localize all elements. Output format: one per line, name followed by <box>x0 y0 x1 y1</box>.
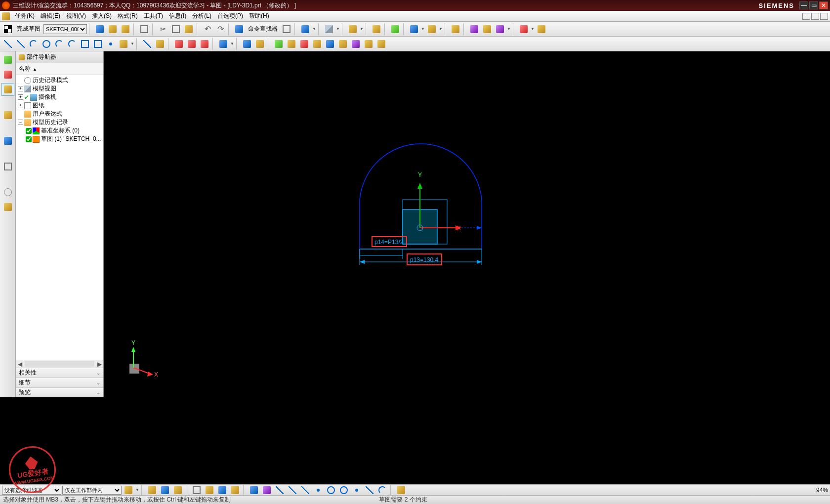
nav-column-header[interactable]: 名称 ▲ <box>16 63 103 75</box>
snap-exist[interactable] <box>351 484 363 496</box>
menu-edit[interactable]: 编辑(E) <box>38 11 63 21</box>
snap-more[interactable] <box>395 484 407 496</box>
zoom-badge[interactable]: 94% <box>816 487 828 494</box>
finish-sketch-button[interactable] <box>2 23 14 35</box>
menu-help[interactable]: 帮助(H) <box>246 11 272 21</box>
expand-icon[interactable]: + <box>18 103 23 108</box>
sketch-checkbox[interactable] <box>26 136 32 142</box>
tree-model-views[interactable]: +模型视图 <box>16 84 103 93</box>
reattach-button[interactable] <box>107 23 119 35</box>
move-button[interactable] <box>408 23 420 35</box>
constr-auto-button[interactable] <box>254 38 266 50</box>
sel-tool-2[interactable] <box>146 484 158 496</box>
browser-tab[interactable] <box>1 160 14 173</box>
move-dd[interactable]: ▼ <box>421 27 425 31</box>
hd3d-tab[interactable] <box>1 134 14 147</box>
tree-datum-csys[interactable]: 基准坐标系 (0) <box>16 126 103 135</box>
offset-button[interactable] <box>118 38 129 50</box>
constr-opts-button[interactable] <box>363 38 374 50</box>
menu-tools[interactable]: 工具(T) <box>141 11 166 21</box>
profile-button[interactable] <box>2 38 14 50</box>
line-button[interactable] <box>15 38 27 50</box>
constr-more-button[interactable] <box>375 38 387 50</box>
dim-rapid-button[interactable] <box>217 38 229 50</box>
snap-ctr[interactable] <box>325 484 337 496</box>
tree-cameras[interactable]: +✓摄像机 <box>16 93 103 101</box>
snap-ctrl[interactable] <box>299 484 311 496</box>
extend-button[interactable] <box>154 38 166 50</box>
snap-mid[interactable] <box>287 484 298 496</box>
tree-model-history[interactable]: −模型历史记录 <box>16 118 103 126</box>
trim-button[interactable] <box>141 38 153 50</box>
sketch-name-select[interactable]: SKETCH_000 <box>43 24 87 34</box>
mdi-minimize-button[interactable] <box>802 13 810 20</box>
fillet-button[interactable] <box>66 38 78 50</box>
constraint-nav-tab[interactable] <box>1 68 14 81</box>
tree-drawings[interactable]: +图纸 <box>16 101 103 110</box>
pin-icon[interactable] <box>19 54 25 60</box>
snap-int[interactable] <box>312 484 324 496</box>
offset-dd[interactable]: ▼ <box>130 42 134 46</box>
update-button[interactable] <box>120 23 131 35</box>
sel-tool-4[interactable] <box>172 484 184 496</box>
orient-sketch-button[interactable] <box>94 23 106 35</box>
constr-show-button[interactable] <box>273 38 285 50</box>
assembly-nav-tab[interactable] <box>1 53 14 66</box>
wcs-button[interactable] <box>389 23 401 35</box>
menu-format[interactable]: 格式(R) <box>115 11 141 21</box>
menu-insert[interactable]: 插入(S) <box>89 11 115 21</box>
snap-tool-2[interactable] <box>261 484 273 496</box>
tfm-dd[interactable]: ▼ <box>439 27 443 31</box>
section-preview[interactable]: 预览⌄ <box>16 387 103 397</box>
corner-button[interactable] <box>186 38 198 50</box>
history-tab[interactable] <box>1 186 14 199</box>
sel-tool-1[interactable] <box>123 484 134 496</box>
dim-p13-label[interactable]: p13=130.4 <box>410 256 438 263</box>
trim2-button[interactable] <box>173 38 185 50</box>
rectangle-button[interactable] <box>79 38 91 50</box>
minimize-button[interactable]: — <box>799 1 808 9</box>
cmd-finder-button[interactable] <box>233 23 245 35</box>
color-dd[interactable]: ▼ <box>531 27 535 31</box>
copy-button[interactable] <box>170 23 182 35</box>
hide-button[interactable] <box>481 23 493 35</box>
graphics-area[interactable]: X Y p14=P13/2 p13=130.4 X Y <box>104 51 830 486</box>
sel-tool-7[interactable] <box>216 484 228 496</box>
mdi-close-button[interactable] <box>820 13 828 20</box>
color-button[interactable] <box>518 23 530 35</box>
point-button[interactable] <box>105 38 117 50</box>
paste-button[interactable] <box>183 23 195 35</box>
redo-button[interactable]: ↷ <box>214 23 226 35</box>
dim-p14-label[interactable]: p14=P13/2 <box>374 239 404 246</box>
menu-info[interactable]: 信息(I) <box>166 11 189 21</box>
layer-button[interactable] <box>347 23 359 35</box>
datum-checkbox[interactable] <box>26 128 32 134</box>
arc-button[interactable] <box>28 38 40 50</box>
menu-prefs[interactable]: 首选项(P) <box>214 11 246 21</box>
menu-view[interactable]: 视图(V) <box>63 11 89 21</box>
snap-tool-1[interactable] <box>248 484 260 496</box>
snap-tan[interactable] <box>376 484 388 496</box>
dim-dd[interactable]: ▼ <box>230 42 234 46</box>
reuse-lib-tab[interactable] <box>1 109 14 122</box>
show-button[interactable] <box>468 23 480 35</box>
cut-button[interactable]: ✂ <box>157 23 169 35</box>
polygon-button[interactable] <box>92 38 104 50</box>
showhide-dd[interactable]: ▼ <box>507 27 511 31</box>
close-button[interactable]: ✕ <box>819 1 828 9</box>
sel-tool-3[interactable] <box>159 484 171 496</box>
cmd-finder-dd[interactable] <box>281 23 292 35</box>
render-dd[interactable]: ▼ <box>336 27 340 31</box>
collapse-icon[interactable]: − <box>18 120 23 125</box>
view-fit-button[interactable] <box>299 23 311 35</box>
sel-tool-6[interactable] <box>204 484 215 496</box>
clip-button[interactable] <box>371 23 382 35</box>
section-detail[interactable]: 细节⌄ <box>16 378 103 387</box>
assy-button[interactable] <box>450 23 461 35</box>
showhide-button[interactable] <box>494 23 506 35</box>
snap-end[interactable] <box>274 484 286 496</box>
menu-task[interactable]: 任务(K) <box>12 11 38 21</box>
constr-alt-button[interactable] <box>298 38 310 50</box>
selection-scope[interactable]: 仅在工作部件内 <box>62 486 122 495</box>
constr-dim-button[interactable] <box>286 38 297 50</box>
